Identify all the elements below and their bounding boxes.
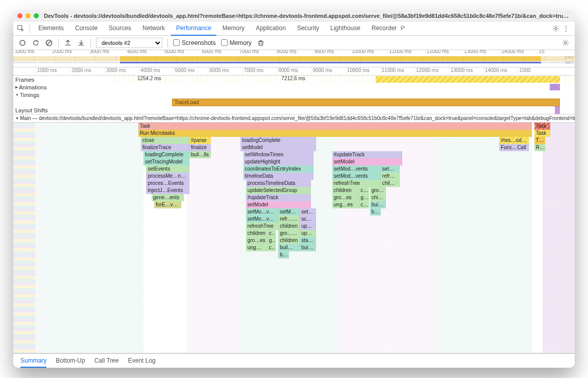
- flame-entry[interactable]: c…n: [359, 201, 369, 208]
- flame-entry[interactable]: setM…nts: [278, 208, 300, 216]
- clear-button[interactable]: [45, 39, 53, 47]
- tab-sources[interactable]: Sources: [104, 21, 136, 35]
- flame-entry[interactable]: processTimelineData: [246, 180, 311, 187]
- flame-entry[interactable]: upd…ts: [300, 230, 316, 237]
- gc-button[interactable]: [257, 39, 265, 47]
- flame-entry[interactable]: set…on: [300, 208, 316, 216]
- flame-entry[interactable]: setModel: [240, 144, 316, 151]
- flame-entry[interactable]: #res…odes: [499, 137, 529, 144]
- flame-entry[interactable]: c…n: [359, 187, 369, 194]
- capture-settings-icon[interactable]: [561, 39, 570, 47]
- flame-entry[interactable]: setM…nts: [381, 165, 400, 173]
- timeline-ruler[interactable]: 1000 ms2000 ms3000 ms4000 ms5000 ms6000 …: [13, 67, 575, 76]
- load-profile-button[interactable]: [64, 39, 72, 47]
- flame-entry[interactable]: gro…des: [370, 187, 386, 194]
- tab-memory[interactable]: Memory: [217, 21, 250, 35]
- flame-entry[interactable]: coordinatesToEntryIndex: [243, 165, 313, 173]
- flame-entry[interactable]: children: [370, 194, 386, 201]
- timings-track[interactable]: TraceLoad: [78, 99, 575, 106]
- minimize-window-icon[interactable]: [26, 13, 31, 18]
- flame-entry[interactable]: refr…Tree: [278, 216, 300, 223]
- flame-entry[interactable]: sta…ge: [300, 237, 316, 244]
- details-tab-summary[interactable]: Summary: [20, 354, 46, 368]
- flame-entry[interactable]: ung…es: [246, 244, 267, 251]
- tab-lighthouse[interactable]: Lighthouse: [325, 21, 365, 35]
- flame-entry[interactable]: setEvents: [146, 165, 189, 173]
- flame-entry[interactable]: updateHighlight: [243, 158, 313, 165]
- flame-entry[interactable]: sc…ow: [300, 216, 316, 223]
- flame-entry[interactable]: up…ow: [300, 223, 316, 230]
- flame-entry[interactable]: updateSelectedGroup: [246, 187, 311, 194]
- flame-entry[interactable]: children: [381, 180, 400, 187]
- flame-entry[interactable]: finalizeTrace: [141, 144, 189, 151]
- flame-entry[interactable]: buil…ren: [370, 201, 386, 208]
- session-select[interactable]: devtools #2: [96, 38, 162, 48]
- layout-shifts-track[interactable]: [78, 106, 575, 114]
- flame-entry[interactable]: setMo…vents: [246, 208, 278, 216]
- flame-entry[interactable]: Run Microtasks: [138, 130, 532, 137]
- flame-entry[interactable]: c…: [267, 244, 276, 251]
- flame-entry[interactable]: refreshTree: [246, 223, 278, 230]
- flame-entry[interactable]: timelineData: [243, 173, 313, 180]
- close-window-icon[interactable]: [17, 13, 22, 18]
- flame-entry[interactable]: forE…vent: [154, 201, 181, 208]
- flame-entry[interactable]: proces…Events: [146, 180, 189, 187]
- tab-application[interactable]: Application: [251, 21, 291, 35]
- flame-entry[interactable]: gene…ents: [152, 194, 184, 201]
- flame-entry[interactable]: setMod…vents: [332, 165, 381, 173]
- frames-track[interactable]: 1254.2 ms 7212.6 ms: [78, 76, 575, 83]
- flame-entry[interactable]: gro…des: [278, 230, 300, 237]
- record-button[interactable]: [18, 39, 27, 47]
- flame-entry[interactable]: b…: [278, 251, 289, 258]
- flame-entry[interactable]: setMod…vents: [332, 173, 381, 180]
- flame-entry[interactable]: buil…lls: [189, 151, 211, 158]
- more-icon[interactable]: ⋮: [562, 26, 570, 31]
- flame-entry[interactable]: loadingComplete: [143, 151, 189, 158]
- reload-record-button[interactable]: [32, 39, 40, 47]
- animations-track-label[interactable]: ▶Animations: [13, 84, 78, 90]
- flame-entry[interactable]: close: [141, 137, 189, 144]
- flame-entry[interactable]: #updateTrack: [332, 151, 402, 158]
- flame-entry[interactable]: loadingComplete: [240, 137, 316, 144]
- tab-recorder[interactable]: Recorder: [366, 21, 411, 35]
- traceload-bar[interactable]: TraceLoad: [172, 99, 560, 106]
- flame-entry[interactable]: setModel: [246, 201, 311, 208]
- flame-entry[interactable]: R…: [534, 144, 545, 151]
- save-profile-button[interactable]: [77, 39, 85, 47]
- flame-entry[interactable]: Task: [138, 123, 532, 130]
- flame-entry[interactable]: refreshTree: [332, 180, 381, 187]
- details-tab-bottom-up[interactable]: Bottom-Up: [56, 354, 85, 368]
- flame-entry[interactable]: bui…ed: [300, 244, 316, 251]
- flame-chart[interactable]: TaskTaskRun MicrotasksTaskclose#parseloa…: [13, 123, 575, 353]
- flame-entry[interactable]: buil…ren: [278, 244, 300, 251]
- flame-entry[interactable]: b…n: [370, 208, 381, 216]
- main-thread-header[interactable]: ▼Main — devtools://devtools/bundled/devt…: [13, 114, 575, 123]
- flame-entry[interactable]: c…: [267, 230, 276, 237]
- layout-shifts-label[interactable]: Layout Shifts: [13, 107, 78, 113]
- flame-entry[interactable]: refr…Tree: [381, 173, 400, 180]
- tab-performance[interactable]: Performance: [171, 21, 216, 36]
- flame-entry[interactable]: injectJ…Events: [146, 187, 189, 194]
- timings-track-label[interactable]: ▼Timings: [13, 92, 78, 98]
- details-tab-event-log[interactable]: Event Log: [128, 354, 156, 368]
- tab-security[interactable]: Security: [292, 21, 324, 35]
- details-tab-call-tree[interactable]: Call Tree: [94, 354, 119, 368]
- flame-entry[interactable]: Task: [534, 123, 551, 130]
- settings-icon[interactable]: [552, 25, 559, 32]
- flame-entry[interactable]: g…: [267, 237, 276, 244]
- flame-entry[interactable]: setTracingModel: [143, 158, 189, 165]
- flame-entry[interactable]: children: [246, 230, 267, 237]
- tab-console[interactable]: Console: [70, 21, 103, 35]
- flame-entry[interactable]: children: [332, 187, 359, 194]
- flame-entry[interactable]: ung…es: [332, 201, 359, 208]
- flame-entry[interactable]: processMe…ndThreads: [146, 173, 189, 180]
- memory-checkbox[interactable]: Memory: [221, 39, 252, 46]
- flame-entry[interactable]: #parse: [189, 137, 211, 144]
- flame-entry[interactable]: gro…es: [246, 237, 267, 244]
- flame-entry[interactable]: T…: [534, 137, 545, 144]
- timeline-overview[interactable]: 1000 ms2000 ms3000 ms4000 ms5000 ms6000 …: [13, 50, 575, 67]
- tab-network[interactable]: Network: [137, 21, 170, 35]
- flame-entry[interactable]: setMo…vents: [246, 216, 278, 223]
- inspect-element-icon[interactable]: [15, 23, 27, 34]
- flame-entry[interactable]: children: [278, 223, 300, 230]
